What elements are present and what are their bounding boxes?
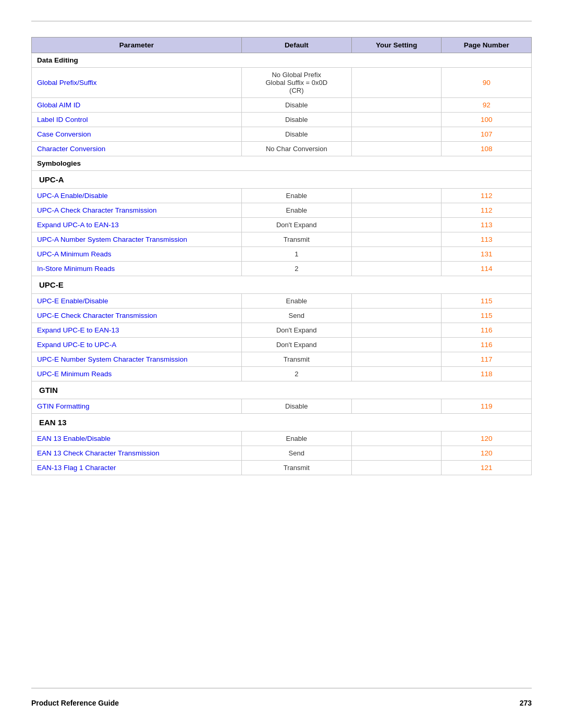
your-setting-cell	[351, 68, 442, 98]
table-row: Label ID ControlDisable100	[32, 113, 532, 127]
your-setting-cell	[351, 203, 442, 218]
param-link[interactable]: Label ID Control	[37, 116, 88, 124]
default-cell: Enable	[241, 189, 351, 203]
default-cell: Enable	[241, 431, 351, 446]
your-setting-cell	[351, 294, 442, 309]
param-cell[interactable]: Label ID Control	[32, 113, 242, 127]
param-link[interactable]: UPC-A Number System Character Transmissi…	[37, 236, 187, 243]
col-header-default: Default	[241, 38, 351, 53]
param-link[interactable]: GTIN Formatting	[37, 402, 90, 410]
param-link[interactable]: EAN-13 Flag 1 Character	[37, 464, 116, 472]
param-cell[interactable]: Case Conversion	[32, 127, 242, 142]
table-row: Expand UPC-E to UPC-ADon't Expand116	[32, 338, 532, 352]
table-row: UPC-A Minimum Reads1131	[32, 247, 532, 262]
param-link[interactable]: Case Conversion	[37, 130, 91, 138]
subsection-header-row: GTIN	[32, 381, 532, 399]
param-link[interactable]: Global Prefix/Suffix	[37, 79, 97, 87]
param-cell[interactable]: Expand UPC-E to EAN-13	[32, 323, 242, 338]
page-number-cell: 114	[442, 262, 532, 276]
default-cell: Enable	[241, 203, 351, 218]
footer-page-number: 273	[520, 699, 532, 707]
param-cell[interactable]: Expand UPC-E to UPC-A	[32, 338, 242, 352]
table-row: EAN 13 Check Character TransmissionSend1…	[32, 446, 532, 461]
param-cell[interactable]: Global AIM ID	[32, 98, 242, 113]
page-number-cell: 116	[442, 338, 532, 352]
table-row: UPC-E Minimum Reads2118	[32, 367, 532, 381]
param-link[interactable]: UPC-E Check Character Transmission	[37, 312, 157, 319]
param-cell[interactable]: UPC-E Minimum Reads	[32, 367, 242, 381]
page-number-cell: 112	[442, 203, 532, 218]
your-setting-cell	[351, 189, 442, 203]
your-setting-cell	[351, 338, 442, 352]
param-link[interactable]: UPC-A Minimum Reads	[37, 250, 112, 258]
param-cell[interactable]: UPC-A Enable/Disable	[32, 189, 242, 203]
param-cell[interactable]: UPC-A Check Character Transmission	[32, 203, 242, 218]
page-number-cell: 117	[442, 352, 532, 367]
param-cell[interactable]: EAN 13 Check Character Transmission	[32, 446, 242, 461]
param-cell[interactable]: UPC-E Enable/Disable	[32, 294, 242, 309]
param-cell[interactable]: Character Conversion	[32, 142, 242, 156]
table-row: UPC-A Check Character TransmissionEnable…	[32, 203, 532, 218]
param-cell[interactable]: Expand UPC-A to EAN-13	[32, 218, 242, 232]
table-row: UPC-E Check Character TransmissionSend11…	[32, 309, 532, 323]
subsection-header-label: EAN 13	[32, 414, 532, 431]
default-cell: Send	[241, 309, 351, 323]
table-row: Global Prefix/SuffixNo Global PrefixGlob…	[32, 68, 532, 98]
page-number-cell: 120	[442, 446, 532, 461]
param-cell[interactable]: In-Store Minimum Reads	[32, 262, 242, 276]
table-row: GTIN FormattingDisable119	[32, 399, 532, 414]
table-row: Character ConversionNo Char Conversion10…	[32, 142, 532, 156]
col-header-parameter: Parameter	[32, 38, 242, 53]
param-cell[interactable]: UPC-A Minimum Reads	[32, 247, 242, 262]
subsection-header-row: UPC-A	[32, 171, 532, 189]
section-header-label: Symbologies	[32, 156, 532, 171]
param-cell[interactable]: Global Prefix/Suffix	[32, 68, 242, 98]
your-setting-cell	[351, 309, 442, 323]
table-row: Case ConversionDisable107	[32, 127, 532, 142]
param-link[interactable]: UPC-A Enable/Disable	[37, 192, 108, 200]
page-number-cell: 107	[442, 127, 532, 142]
param-link[interactable]: UPC-A Check Character Transmission	[37, 206, 157, 214]
default-cell: Transmit	[241, 232, 351, 247]
your-setting-cell	[351, 352, 442, 367]
table-row: EAN 13 Enable/DisableEnable120	[32, 431, 532, 446]
param-cell[interactable]: GTIN Formatting	[32, 399, 242, 414]
param-link[interactable]: Global AIM ID	[37, 101, 80, 109]
param-link[interactable]: EAN 13 Check Character Transmission	[37, 449, 160, 457]
param-link[interactable]: Expand UPC-A to EAN-13	[37, 221, 119, 229]
page-number-cell: 118	[442, 367, 532, 381]
param-link[interactable]: Character Conversion	[37, 145, 105, 153]
your-setting-cell	[351, 232, 442, 247]
param-link[interactable]: UPC-E Enable/Disable	[37, 297, 108, 305]
param-cell[interactable]: UPC-E Check Character Transmission	[32, 309, 242, 323]
top-rule	[31, 21, 532, 21]
param-cell[interactable]: EAN 13 Enable/Disable	[32, 431, 242, 446]
param-link[interactable]: In-Store Minimum Reads	[37, 265, 115, 273]
your-setting-cell	[351, 247, 442, 262]
page-number-cell: 119	[442, 399, 532, 414]
param-cell[interactable]: EAN-13 Flag 1 Character	[32, 461, 242, 475]
default-cell: Send	[241, 446, 351, 461]
page-number-cell: 115	[442, 309, 532, 323]
param-link[interactable]: Expand UPC-E to UPC-A	[37, 341, 116, 349]
your-setting-cell	[351, 262, 442, 276]
default-cell: Disable	[241, 127, 351, 142]
col-header-your-setting: Your Setting	[351, 38, 442, 53]
page-number-cell: 112	[442, 189, 532, 203]
default-cell: Disable	[241, 113, 351, 127]
param-cell[interactable]: UPC-A Number System Character Transmissi…	[32, 232, 242, 247]
subsection-header-label: UPC-E	[32, 276, 532, 294]
section-header-label: Data Editing	[32, 53, 532, 68]
param-cell[interactable]: UPC-E Number System Character Transmissi…	[32, 352, 242, 367]
page-number-cell: 120	[442, 431, 532, 446]
default-cell: Don't Expand	[241, 323, 351, 338]
param-link[interactable]: Expand UPC-E to EAN-13	[37, 326, 119, 334]
param-link[interactable]: UPC-E Minimum Reads	[37, 370, 112, 378]
page-number-cell: 92	[442, 98, 532, 113]
param-link[interactable]: UPC-E Number System Character Transmissi…	[37, 355, 188, 363]
param-link[interactable]: EAN 13 Enable/Disable	[37, 435, 111, 442]
col-header-page-number: Page Number	[442, 38, 532, 53]
your-setting-cell	[351, 399, 442, 414]
your-setting-cell	[351, 218, 442, 232]
table-row: UPC-E Number System Character Transmissi…	[32, 352, 532, 367]
